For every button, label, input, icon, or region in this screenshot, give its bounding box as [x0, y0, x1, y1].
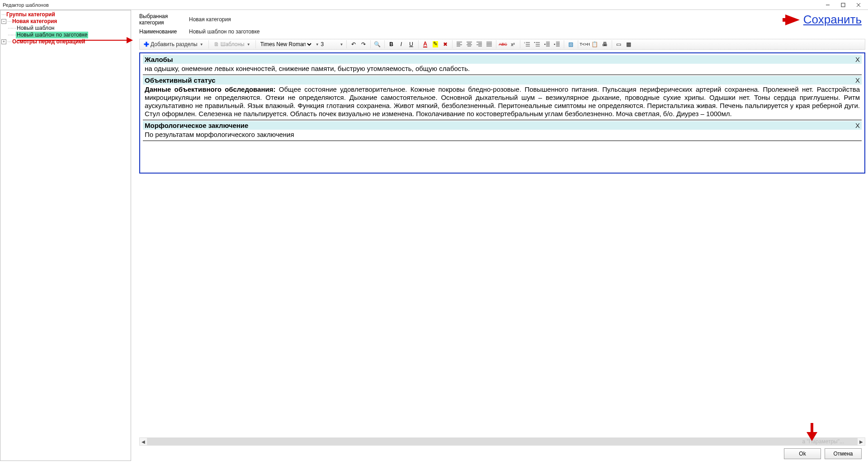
truncated-hint: а "Параметры"...	[802, 438, 844, 445]
redo-button[interactable]: ↷	[359, 40, 368, 48]
align-justify-button[interactable]	[485, 40, 493, 48]
section-body[interactable]: По результатам морфологического заключен…	[143, 130, 862, 141]
scroll-left-button[interactable]: ◀	[139, 437, 147, 446]
name-label: Наименование	[139, 28, 189, 35]
indent-button[interactable]	[553, 40, 561, 48]
tree-item-template-by-blank[interactable]: Новый шаблон по заготовке	[16, 32, 88, 38]
font-color-button[interactable]: A	[421, 40, 429, 48]
section-title: Жалобы	[145, 56, 173, 63]
outdent-button[interactable]	[543, 40, 551, 48]
superscript-button[interactable]: x²	[509, 40, 517, 48]
section-close-button[interactable]: X	[855, 76, 860, 84]
editor-content[interactable]: Жалобы X на одышку, онемение левых конеч…	[139, 52, 865, 174]
add-sections-label: Добавить разделы	[151, 41, 198, 47]
unordered-list-button[interactable]	[533, 40, 541, 48]
name-value[interactable]: Новый шаблон по заготовке	[189, 28, 259, 35]
tree-item-template[interactable]: Новый шаблон	[16, 25, 55, 32]
section-close-button[interactable]: X	[855, 122, 860, 129]
titlebar: Редактор шаблонов	[0, 0, 868, 10]
align-right-button[interactable]	[475, 40, 483, 48]
window-close[interactable]	[852, 1, 865, 9]
templates-button[interactable]: 🗎 Шаблоны ▼	[212, 40, 253, 49]
save-link-text[interactable]: Сохранить	[803, 13, 862, 27]
caret-down-icon: ▼	[316, 42, 319, 47]
insert-table-button[interactable]: ▦	[625, 40, 633, 48]
tree-category[interactable]: Новая категория	[11, 18, 58, 25]
window-maximize[interactable]	[836, 1, 850, 9]
clear-format-button[interactable]: ✖	[441, 40, 449, 48]
underline-button[interactable]: U	[407, 40, 415, 48]
ok-button[interactable]: Ok	[784, 448, 821, 459]
section-close-button[interactable]: X	[855, 56, 860, 63]
caret-down-icon: ▼	[340, 42, 344, 47]
section-body[interactable]: на одышку, онемение левых конечностей, с…	[143, 64, 862, 75]
scroll-right-button[interactable]: ▶	[857, 437, 865, 446]
dialog-buttons: Ok Отмена	[139, 446, 865, 461]
align-center-button[interactable]	[465, 40, 473, 48]
bold-button[interactable]: B	[387, 40, 396, 48]
italic-button[interactable]: I	[397, 40, 406, 48]
section-objective: Объективный статус X Данные объективного…	[143, 76, 862, 120]
selected-category-label: Выбранная категория	[139, 13, 189, 26]
selected-category-value: Новая категория	[189, 16, 231, 23]
caret-down-icon: ▼	[200, 42, 203, 47]
window-title: Редактор шаблонов	[3, 2, 49, 8]
add-sections-button[interactable]: ✚ Добавить разделы ▼	[142, 40, 206, 49]
section-morphology: Морфологическое заключение X По результа…	[143, 121, 862, 141]
tree-root[interactable]: Группы категорий	[5, 11, 56, 18]
section-body[interactable]: Данные объективного обследования: Общее …	[143, 85, 862, 120]
scroll-thumb[interactable]	[148, 438, 857, 445]
strike-button[interactable]: ABC	[499, 40, 507, 48]
template-tree[interactable]: ⋯ Группы категорий − ⋯ Новая категория ⋯…	[0, 10, 131, 461]
section-title: Объективный статус	[145, 76, 216, 84]
insert-image-button[interactable]: ▨	[567, 40, 575, 48]
section-title: Морфологическое заключение	[145, 122, 248, 129]
templates-icon: 🗎	[214, 41, 219, 47]
section-lead: Данные объективного обследования:	[145, 85, 275, 93]
window-minimize[interactable]	[821, 1, 835, 9]
tree-expand-icon[interactable]: +	[1, 39, 6, 44]
insert-field-button[interactable]: ▭	[615, 40, 623, 48]
svg-point-5	[534, 42, 535, 43]
templates-label: Шаблоны	[221, 41, 245, 47]
svg-rect-1	[841, 3, 845, 7]
ordered-list-button[interactable]: 1	[523, 40, 531, 48]
horizontal-scrollbar[interactable]: ◀ а "Параметры"... ▶	[139, 437, 865, 446]
toggle-html-button[interactable]: T<>H	[581, 40, 589, 48]
undo-button[interactable]: ↶	[349, 40, 358, 48]
cancel-button[interactable]: Отмена	[825, 448, 862, 459]
font-family-select[interactable]: Times New Roman	[259, 41, 313, 48]
save-link[interactable]: Сохранить	[785, 13, 862, 27]
arrow-right-icon	[785, 14, 800, 25]
svg-text:1: 1	[524, 42, 525, 44]
align-left-button[interactable]	[455, 40, 463, 48]
highlight-button[interactable]: ✎	[431, 40, 439, 48]
editor-panel: Выбранная категория Новая категория Наим…	[131, 10, 868, 461]
paste-button[interactable]: 📋	[591, 40, 599, 48]
print-button[interactable]: 🖶	[601, 40, 609, 48]
caret-down-icon: ▼	[247, 42, 250, 47]
tree-collapse-icon[interactable]: −	[1, 19, 6, 24]
plus-icon: ✚	[144, 41, 149, 48]
font-size-input[interactable]	[321, 41, 337, 47]
section-complaints: Жалобы X на одышку, онемение левых конеч…	[143, 55, 862, 75]
scroll-track[interactable]: а "Параметры"...	[147, 437, 857, 446]
editor-toolbar: ✚ Добавить разделы ▼ 🗎 Шаблоны ▼ Times N…	[139, 39, 865, 50]
find-button[interactable]: 🔍	[373, 40, 382, 48]
tree-item-preop[interactable]: Осмотры перед операцией	[11, 38, 86, 45]
